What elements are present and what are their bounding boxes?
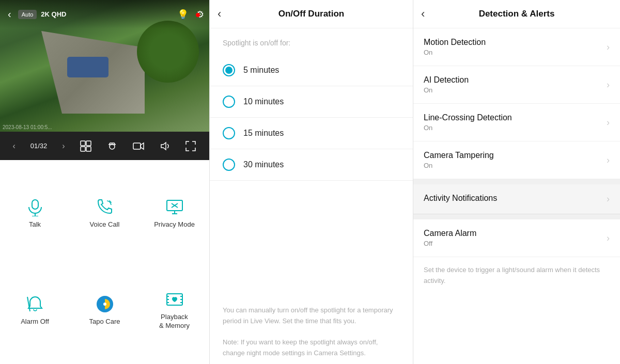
right-panel-title: Detection & Alerts bbox=[479, 9, 555, 19]
detection-alarm-text: Camera Alarm Off bbox=[424, 229, 607, 247]
detection-ai-chevron: › bbox=[607, 80, 610, 90]
camera-car bbox=[67, 57, 109, 77]
radio-10min[interactable] bbox=[223, 96, 235, 108]
detection-activity-notifications[interactable]: Activity Notifications › bbox=[413, 184, 620, 214]
detection-tampering-status: On bbox=[424, 162, 607, 169]
detection-line-crossing-text: Line-Crossing Detection On bbox=[424, 113, 607, 132]
detection-alarm-chevron: › bbox=[607, 233, 610, 244]
camera-snapshot-icon[interactable] bbox=[106, 140, 118, 152]
section-separator-2 bbox=[413, 214, 620, 219]
detection-alarm-name: Camera Alarm bbox=[424, 229, 607, 238]
monitor-x-icon bbox=[165, 198, 184, 216]
frame-counter: 01/32 bbox=[30, 142, 48, 150]
detection-line-crossing-chevron: › bbox=[607, 117, 610, 128]
detection-motion-status: On bbox=[424, 49, 607, 56]
duration-label-30min: 30 minutes bbox=[243, 160, 284, 169]
bottom-actions-grid: Talk Voice Call Privacy Mode bbox=[0, 160, 209, 364]
action-talk[interactable]: Talk bbox=[0, 165, 70, 262]
tapo-care-icon bbox=[96, 295, 114, 313]
camera-mode-badge: Auto bbox=[18, 10, 37, 19]
detection-line-crossing-status: On bbox=[424, 124, 607, 132]
left-panel: ‹ Auto 2K QHD 💡 ⚙ 2023-08-13 01:00:5... … bbox=[0, 0, 209, 364]
detection-line-crossing-name: Line-Crossing Detection bbox=[424, 113, 607, 122]
next-frame-button[interactable]: › bbox=[62, 141, 65, 151]
detection-activity-text: Activity Notifications bbox=[424, 194, 607, 204]
radio-5min[interactable] bbox=[223, 64, 235, 76]
detection-ai-text: AI Detection On bbox=[424, 75, 607, 94]
microphone-icon bbox=[26, 198, 44, 216]
duration-label-10min: 10 minutes bbox=[243, 97, 284, 106]
svg-rect-2 bbox=[81, 147, 85, 151]
action-tapo-care[interactable]: Tapo Care bbox=[70, 262, 140, 359]
camera-trees bbox=[137, 21, 199, 83]
radio-30min[interactable] bbox=[223, 159, 235, 171]
detection-activity-chevron: › bbox=[607, 194, 610, 204]
detection-tampering-chevron: › bbox=[607, 155, 610, 166]
detection-line-crossing[interactable]: Line-Crossing Detection On › bbox=[413, 104, 620, 141]
light-icon[interactable]: 💡 bbox=[177, 9, 189, 20]
svg-rect-0 bbox=[81, 141, 85, 146]
camera-timestamp: 2023-08-13 01:00:5... bbox=[3, 124, 52, 130]
action-voice-call-label: Voice Call bbox=[90, 220, 120, 229]
detection-alarm-status: Off bbox=[424, 240, 607, 247]
detection-ai-status: On bbox=[424, 86, 607, 94]
right-back-button[interactable]: ‹ bbox=[421, 7, 425, 21]
notification-dot bbox=[196, 13, 200, 17]
grid-icon[interactable] bbox=[80, 140, 91, 152]
detection-motion-name: Motion Detection bbox=[424, 38, 607, 47]
duration-option-10min[interactable]: 10 minutes bbox=[210, 86, 413, 118]
duration-option-15min[interactable]: 15 minutes bbox=[210, 118, 413, 149]
detection-items-list: Motion Detection On › AI Detection On › … bbox=[413, 28, 620, 364]
action-privacy-mode-label: Privacy Mode bbox=[154, 220, 195, 229]
detection-motion[interactable]: Motion Detection On › bbox=[413, 28, 620, 66]
camera-top-bar: ‹ Auto 2K QHD 💡 ⚙ bbox=[0, 0, 209, 28]
action-voice-call[interactable]: Voice Call bbox=[70, 165, 140, 262]
detection-motion-text: Motion Detection On bbox=[424, 38, 607, 56]
svg-rect-1 bbox=[86, 141, 91, 146]
middle-panel-title: On/Off Duration bbox=[278, 9, 344, 19]
prev-frame-button[interactable]: ‹ bbox=[12, 141, 15, 151]
radio-15min[interactable] bbox=[223, 127, 235, 139]
radio-5min-fill bbox=[225, 67, 233, 74]
camera-controls-bar: ‹ 01/32 › bbox=[0, 132, 209, 160]
detection-activity-name: Activity Notifications bbox=[424, 194, 607, 203]
phone-icon bbox=[96, 198, 114, 216]
bell-off-icon bbox=[26, 295, 44, 313]
right-panel-header: ‹ Detection & Alerts bbox=[413, 0, 620, 28]
detection-tampering-text: Camera Tampering On bbox=[424, 151, 607, 169]
detection-camera-alarm[interactable]: Camera Alarm Off › bbox=[413, 219, 620, 257]
detection-tampering-name: Camera Tampering bbox=[424, 151, 607, 160]
action-tapo-care-label: Tapo Care bbox=[89, 318, 120, 326]
duration-label-5min: 5 minutes bbox=[243, 66, 279, 75]
duration-option-30min[interactable]: 30 minutes bbox=[210, 149, 413, 181]
volume-icon[interactable] bbox=[159, 140, 171, 152]
detection-ai[interactable]: AI Detection On › bbox=[413, 66, 620, 104]
detection-alarm-note: Set the device to trigger a light/sound … bbox=[413, 257, 620, 294]
camera-back-button[interactable]: ‹ bbox=[5, 6, 14, 23]
middle-panel: ‹ On/Off Duration Spotlight is on/off fo… bbox=[209, 0, 413, 364]
middle-panel-subtitle: Spotlight is on/off for: bbox=[210, 28, 413, 55]
svg-point-17 bbox=[103, 303, 106, 306]
camera-view: ‹ Auto 2K QHD 💡 ⚙ 2023-08-13 01:00:5... … bbox=[0, 0, 209, 160]
action-playback-memory-label: Playback & Memory bbox=[159, 313, 190, 330]
detection-motion-chevron: › bbox=[607, 42, 610, 53]
detection-ai-name: AI Detection bbox=[424, 75, 607, 85]
detection-tampering[interactable]: Camera Tampering On › bbox=[413, 141, 620, 179]
action-talk-label: Talk bbox=[29, 220, 41, 229]
duration-options-list: 5 minutes 10 minutes 15 minutes 30 minut… bbox=[210, 55, 413, 295]
duration-option-5min[interactable]: 5 minutes bbox=[210, 55, 413, 86]
action-privacy-mode[interactable]: Privacy Mode bbox=[140, 165, 209, 262]
action-playback-memory[interactable]: Playback & Memory bbox=[140, 262, 209, 359]
camera-resolution: 2K QHD bbox=[41, 10, 66, 18]
middle-back-button[interactable]: ‹ bbox=[218, 7, 221, 21]
svg-rect-5 bbox=[133, 143, 141, 149]
middle-panel-header: ‹ On/Off Duration bbox=[210, 0, 413, 28]
film-heart-icon bbox=[165, 290, 184, 309]
right-panel: ‹ Detection & Alerts Motion Detection On… bbox=[413, 0, 620, 364]
fullscreen-icon[interactable] bbox=[185, 140, 196, 152]
action-alarm-off[interactable]: Alarm Off bbox=[0, 262, 70, 359]
duration-label-15min: 15 minutes bbox=[243, 129, 284, 138]
svg-rect-3 bbox=[86, 147, 91, 151]
camera-top-icons: 💡 ⚙ bbox=[177, 9, 204, 20]
record-icon[interactable] bbox=[133, 140, 144, 152]
